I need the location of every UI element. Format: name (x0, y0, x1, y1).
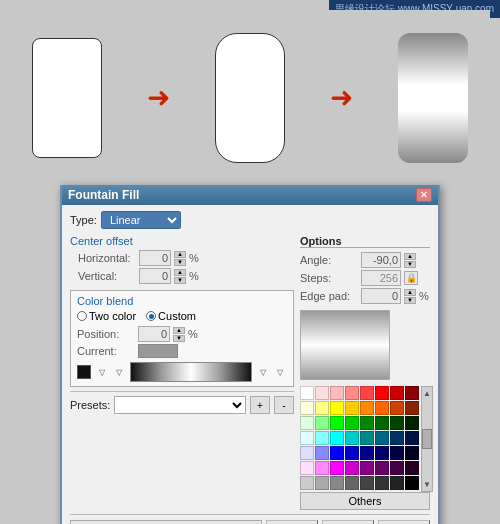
palette-color-cell[interactable] (405, 416, 419, 430)
postscript-button[interactable]: PostScript Options... (70, 520, 262, 524)
tri-right-2[interactable]: ▽ (273, 365, 287, 379)
presets-add-btn[interactable]: + (250, 396, 270, 414)
position-up[interactable]: ▲ (173, 327, 185, 334)
presets-delete-btn[interactable]: - (274, 396, 294, 414)
palette-color-cell[interactable] (345, 386, 359, 400)
palette-color-cell[interactable] (375, 446, 389, 460)
presets-select[interactable] (114, 396, 246, 414)
palette-color-cell[interactable] (390, 416, 404, 430)
palette-color-cell[interactable] (330, 416, 344, 430)
palette-color-cell[interactable] (405, 461, 419, 475)
palette-color-cell[interactable] (375, 476, 389, 490)
palette-color-cell[interactable] (390, 476, 404, 490)
palette-color-cell[interactable] (360, 446, 374, 460)
palette-color-cell[interactable] (330, 431, 344, 445)
palette-color-cell[interactable] (315, 461, 329, 475)
horizontal-down[interactable]: ▼ (174, 259, 186, 266)
titlebar-buttons: ✕ (416, 188, 432, 202)
palette-color-cell[interactable] (375, 401, 389, 415)
palette-scrollbar[interactable]: ▲ ▼ (421, 386, 433, 492)
palette-color-cell[interactable] (315, 476, 329, 490)
palette-color-cell[interactable] (390, 431, 404, 445)
steps-input[interactable] (361, 270, 401, 286)
vertical-label: Vertical: (78, 270, 136, 282)
palette-color-cell[interactable] (360, 401, 374, 415)
palette-color-cell[interactable] (375, 461, 389, 475)
vertical-down[interactable]: ▼ (174, 277, 186, 284)
palette-color-cell[interactable] (375, 416, 389, 430)
scroll-up-arrow[interactable]: ▲ (423, 389, 431, 398)
palette-color-cell[interactable] (345, 476, 359, 490)
palette-color-cell[interactable] (405, 476, 419, 490)
palette-color-cell[interactable] (390, 386, 404, 400)
palette-color-cell[interactable] (300, 476, 314, 490)
palette-color-cell[interactable] (300, 461, 314, 475)
vertical-up[interactable]: ▲ (174, 269, 186, 276)
angle-up[interactable]: ▲ (404, 253, 416, 260)
edge-pad-input[interactable] (361, 288, 401, 304)
palette-color-cell[interactable] (360, 416, 374, 430)
palette-color-cell[interactable] (315, 446, 329, 460)
palette-color-cell[interactable] (405, 446, 419, 460)
scroll-thumb[interactable] (422, 429, 432, 449)
palette-color-cell[interactable] (390, 401, 404, 415)
palette-color-cell[interactable] (405, 386, 419, 400)
palette-color-cell[interactable] (345, 461, 359, 475)
cancel-button[interactable]: Cancel (322, 520, 374, 524)
edge-pad-up[interactable]: ▲ (404, 289, 416, 296)
angle-down[interactable]: ▼ (404, 261, 416, 268)
palette-color-cell[interactable] (375, 386, 389, 400)
horizontal-input[interactable] (139, 250, 171, 266)
current-swatch[interactable] (138, 344, 178, 358)
palette-color-cell[interactable] (330, 476, 344, 490)
vertical-input[interactable] (139, 268, 171, 284)
palette-color-cell[interactable] (345, 431, 359, 445)
palette-color-cell[interactable] (330, 386, 344, 400)
position-down[interactable]: ▼ (173, 335, 185, 342)
position-input[interactable] (138, 326, 170, 342)
palette-color-cell[interactable] (360, 431, 374, 445)
edge-pad-down[interactable]: ▼ (404, 297, 416, 304)
palette-color-cell[interactable] (315, 386, 329, 400)
palette-color-cell[interactable] (345, 416, 359, 430)
help-button[interactable]: Help (378, 520, 430, 524)
palette-color-cell[interactable] (300, 401, 314, 415)
palette-color-cell[interactable] (390, 461, 404, 475)
palette-color-cell[interactable] (360, 386, 374, 400)
palette-color-cell[interactable] (300, 386, 314, 400)
palette-color-cell[interactable] (330, 401, 344, 415)
ok-button[interactable]: OK (266, 520, 318, 524)
options-title: Options (300, 235, 430, 248)
palette-color-cell[interactable] (375, 431, 389, 445)
palette-color-cell[interactable] (405, 401, 419, 415)
color-blend-section: Color blend Two color Custom (70, 290, 294, 387)
palette-color-cell[interactable] (315, 401, 329, 415)
horizontal-up[interactable]: ▲ (174, 251, 186, 258)
others-button[interactable]: Others (300, 492, 430, 510)
palette-color-cell[interactable] (300, 446, 314, 460)
scroll-down-arrow[interactable]: ▼ (423, 480, 431, 489)
steps-lock-icon[interactable]: 🔒 (404, 271, 418, 285)
palette-color-cell[interactable] (345, 446, 359, 460)
palette-color-cell[interactable] (360, 476, 374, 490)
palette-color-cell[interactable] (300, 431, 314, 445)
palette-color-cell[interactable] (405, 431, 419, 445)
gradient-bar[interactable] (130, 362, 252, 382)
custom-radio[interactable]: Custom (146, 310, 196, 322)
palette-color-cell[interactable] (315, 416, 329, 430)
tri-left-2[interactable]: ▽ (112, 365, 126, 379)
palette-color-cell[interactable] (330, 446, 344, 460)
palette-color-cell[interactable] (360, 461, 374, 475)
palette-color-cell[interactable] (330, 461, 344, 475)
angle-input[interactable] (361, 252, 401, 268)
palette-color-cell[interactable] (345, 401, 359, 415)
palette-color-cell[interactable] (390, 446, 404, 460)
close-button[interactable]: ✕ (416, 188, 432, 202)
type-select[interactable]: Linear (101, 211, 181, 229)
tri-right-1[interactable]: ▽ (256, 365, 270, 379)
black-swatch[interactable] (77, 365, 91, 379)
palette-color-cell[interactable] (315, 431, 329, 445)
two-color-radio[interactable]: Two color (77, 310, 136, 322)
palette-color-cell[interactable] (300, 416, 314, 430)
tri-left-1[interactable]: ▽ (95, 365, 109, 379)
